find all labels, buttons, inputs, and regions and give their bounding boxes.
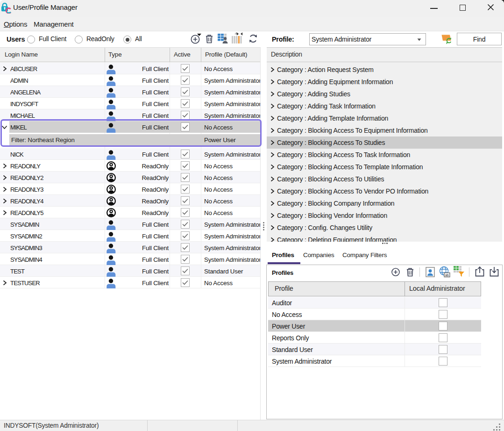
svg-text:ab: ab [445, 273, 449, 277]
